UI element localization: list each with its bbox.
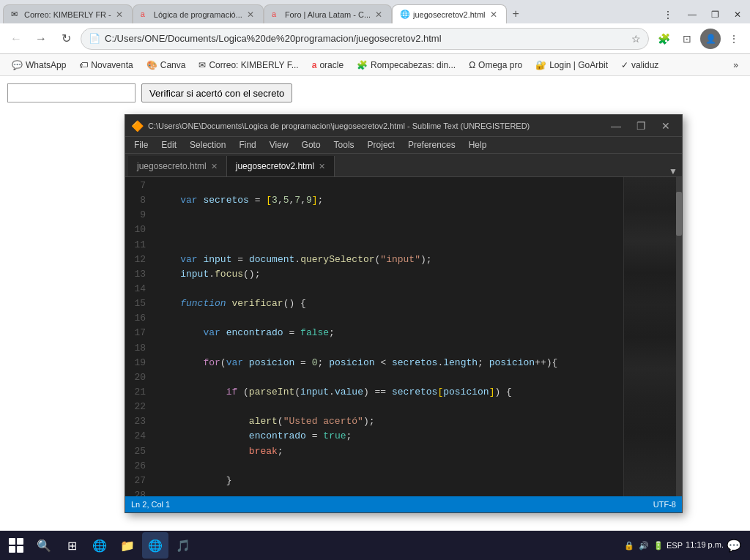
- editor-maximize-button[interactable]: ❐: [631, 118, 651, 134]
- taskbar-app4-button[interactable]: 🎵: [170, 532, 196, 559]
- bookmark-favicon-oracle: a: [312, 60, 317, 70]
- taskbar-clock[interactable]: 11:19 p.m.: [686, 540, 724, 550]
- menu-project[interactable]: Project: [362, 138, 401, 152]
- reload-button[interactable]: ↻: [56, 29, 76, 49]
- task-view-button[interactable]: ⊞: [59, 532, 85, 559]
- tab-label-foro: Foro | Alura Latam - C...: [285, 10, 371, 19]
- chrome-menu-button[interactable]: ⋮: [657, 6, 679, 23]
- code-area[interactable]: var secretos = [3,5,7,9]; var input = do…: [152, 177, 623, 496]
- close-button[interactable]: ✕: [728, 7, 747, 23]
- tab-juego[interactable]: 🌐 juegosecretov2.html ✕: [392, 4, 506, 23]
- new-tab-button[interactable]: +: [507, 4, 525, 23]
- tab-close-foro[interactable]: ✕: [374, 10, 384, 20]
- menu-selection[interactable]: Selection: [184, 138, 231, 152]
- profile-button[interactable]: 👤: [700, 29, 721, 49]
- menu-goto[interactable]: Goto: [296, 138, 327, 152]
- address-input[interactable]: [105, 33, 627, 44]
- code-line-7: [157, 179, 623, 193]
- taskbar-explorer-button[interactable]: 📁: [114, 532, 141, 559]
- search-taskbar-button[interactable]: 🔍: [31, 532, 57, 559]
- bookmark-favicon-goarbit: 🔐: [535, 60, 546, 70]
- editor-tab-close-2[interactable]: ✕: [319, 162, 325, 171]
- bookmark-label-canva: Canva: [160, 60, 186, 70]
- tab-favicon-correo: ✉: [11, 10, 21, 20]
- tray-icon-battery: 🔋: [653, 541, 664, 550]
- tab-logica[interactable]: a Lógica de programació... ✕: [133, 4, 264, 23]
- system-tray: 🔒 🔊 🔋: [624, 541, 664, 550]
- bookmark-label-omega: Omega pro: [478, 60, 522, 70]
- taskbar-chrome2-button[interactable]: 🌐: [142, 532, 168, 559]
- menu-file[interactable]: File: [128, 138, 154, 152]
- bookmark-validuz[interactable]: ✓ validuz: [615, 58, 664, 72]
- tab-close-juego[interactable]: ✕: [489, 10, 499, 20]
- bookmarks-more[interactable]: »: [727, 58, 744, 72]
- more-menu-button[interactable]: ⋮: [724, 29, 744, 49]
- editor-tab-juegosecreto[interactable]: juegosecreto.html ✕: [128, 156, 227, 176]
- editor-tab-arrow[interactable]: ▼: [669, 166, 677, 176]
- editor-close-button[interactable]: ✕: [656, 118, 676, 134]
- bookmark-correo[interactable]: ✉ Correo: KIMBERLY F...: [193, 58, 304, 72]
- editor-statusbar: Ln 2, Col 1 UTF-8: [125, 496, 682, 512]
- taskbar-chrome-button[interactable]: 🌐: [86, 532, 113, 559]
- tab-correo[interactable]: ✉ Correo: KIMBERLY FR - ✕: [3, 4, 133, 23]
- forward-button[interactable]: →: [31, 29, 51, 49]
- bookmark-star-button[interactable]: ☆: [631, 33, 641, 45]
- minimap: [623, 177, 682, 496]
- editor-menubar: File Edit Selection Find View Goto Tools…: [125, 137, 682, 154]
- menu-help[interactable]: Help: [463, 138, 493, 152]
- bookmark-label-oracle: oracle: [319, 60, 344, 70]
- vertical-scrollbar[interactable]: [676, 177, 682, 496]
- line-num-21: 21: [131, 385, 146, 400]
- menu-preferences[interactable]: Preferences: [402, 138, 461, 152]
- back-button[interactable]: ←: [6, 29, 26, 49]
- start-button[interactable]: [3, 532, 29, 559]
- verify-button[interactable]: Verificar si acertó con el secreto: [141, 83, 292, 102]
- line-num-16: 16: [131, 311, 146, 326]
- nav-bar: ← → ↻ 📄 ☆ 🧩 ⊡ 👤 ⋮: [0, 23, 750, 54]
- line-num-14: 14: [131, 282, 146, 296]
- bookmark-goarbit[interactable]: 🔐 Login | GoArbit: [530, 58, 614, 72]
- code-line-13: input.focus();: [157, 267, 623, 282]
- minimize-button[interactable]: —: [682, 7, 702, 23]
- browser-chrome: ✉ Correo: KIMBERLY FR - ✕ a Lógica de pr…: [0, 0, 750, 76]
- editor-tab-label-2: juegosecretov2.html: [236, 161, 314, 171]
- bookmark-canva[interactable]: 🎨 Canva: [141, 58, 192, 72]
- bookmark-oracle[interactable]: a oracle: [306, 58, 349, 72]
- code-line-22: [157, 400, 623, 414]
- line-numbers: 7 8 9 10 11 12 13 14 15 16 17 18 19 20 2…: [125, 177, 152, 496]
- extensions-button[interactable]: 🧩: [653, 29, 674, 49]
- tab-label-logica: Lógica de programació...: [154, 10, 242, 19]
- tab-close-correo[interactable]: ✕: [114, 10, 125, 20]
- menu-edit[interactable]: Edit: [155, 138, 182, 152]
- scrollbar-thumb[interactable]: [676, 192, 682, 236]
- split-view-button[interactable]: ⊡: [677, 29, 697, 49]
- notification-center-button[interactable]: 💬: [727, 539, 741, 553]
- clock-time: 11:19 p.m.: [686, 540, 724, 550]
- menu-view[interactable]: View: [264, 138, 294, 152]
- editor-tab-close-1[interactable]: ✕: [211, 162, 218, 171]
- line-num-12: 12: [131, 253, 146, 267]
- editor-tab-label-1: juegosecreto.html: [137, 161, 207, 171]
- secret-input[interactable]: [7, 83, 135, 102]
- menu-tools[interactable]: Tools: [328, 138, 360, 152]
- editor-minimize-button[interactable]: —: [606, 118, 626, 134]
- bookmark-rompecabezas[interactable]: 🧩 Rompecabezas: din...: [351, 58, 461, 72]
- line-num-8: 8: [131, 193, 146, 208]
- bookmark-favicon-rompecabezas: 🧩: [357, 60, 368, 70]
- maximize-button[interactable]: ❐: [705, 7, 725, 23]
- taskbar: 🔍 ⊞ 🌐 📁 🌐 🎵 🔒 🔊 🔋 ESP 11:19 p.m. 💬: [0, 531, 750, 560]
- bookmark-whatsapp[interactable]: 💬 WhatsApp: [6, 58, 72, 72]
- editor-tab-juegosecretov2[interactable]: juegosecretov2.html ✕: [227, 156, 335, 176]
- editor-tabs: juegosecreto.html ✕ juegosecretov2.html …: [125, 154, 682, 177]
- line-num-13: 13: [131, 267, 146, 282]
- menu-find[interactable]: Find: [233, 138, 261, 152]
- minimap-content: [624, 177, 682, 496]
- bookmark-favicon-validuz: ✓: [621, 60, 628, 70]
- windows-logo-icon: [9, 538, 23, 553]
- address-bar-container[interactable]: 📄 ☆: [81, 28, 649, 50]
- bookmark-omega[interactable]: Ω Omega pro: [463, 58, 528, 72]
- tab-foro[interactable]: a Foro | Alura Latam - C... ✕: [264, 4, 392, 23]
- bookmark-novaventa[interactable]: 🏷 Novaventa: [73, 58, 138, 72]
- tab-favicon-foro: a: [272, 10, 282, 20]
- tab-close-logica[interactable]: ✕: [245, 10, 256, 20]
